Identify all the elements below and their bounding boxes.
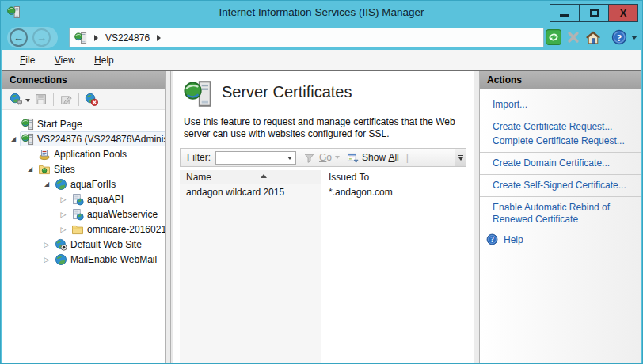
tree-node-label: aquaWebservice — [87, 209, 158, 220]
column-header-name[interactable]: Name — [180, 170, 322, 184]
folder-icon — [71, 223, 84, 236]
tree-node-body[interactable]: Default Web Site — [53, 237, 145, 252]
tree-node-body[interactable]: VS224876 (VS224876\Administ — [20, 131, 165, 146]
forward-button[interactable]: → — [32, 28, 51, 47]
tree-node-default-web-site[interactable]: ▷Default Web Site — [2, 237, 165, 252]
expander-collapsed-icon[interactable]: ▷ — [57, 226, 70, 233]
rename-connection-icon[interactable] — [59, 93, 73, 106]
chevron-down-icon[interactable] — [631, 36, 637, 40]
table-row[interactable]: andagon wildcard 2015*.andagon.com — [180, 184, 466, 199]
tree-node-body[interactable]: Sites — [36, 161, 78, 176]
filter-funnel-icon[interactable] — [303, 152, 315, 164]
tree-node-label: VS224876 (VS224876\Administ — [37, 134, 165, 145]
app-icon — [71, 208, 84, 221]
sort-ascending-icon — [261, 174, 267, 178]
tree-node-body[interactable]: aquaAPI — [70, 191, 127, 207]
tree-node-body[interactable]: Application Pools — [36, 146, 130, 161]
splitter-left[interactable] — [165, 71, 171, 363]
close-icon: X — [620, 8, 627, 18]
actions-panel: Actions Import...Create Certificate Requ… — [480, 71, 641, 363]
chevron-down-icon[interactable] — [25, 99, 30, 102]
expander-expanded-icon[interactable]: ◢ — [24, 165, 36, 173]
minimize-button[interactable] — [550, 4, 580, 22]
action-create-domain-certificate[interactable]: Create Domain Certificate... — [493, 157, 634, 169]
tree-node-sites[interactable]: ◢Sites — [2, 161, 165, 176]
save-connections-icon[interactable] — [34, 93, 48, 106]
toolbar-overflow-button[interactable] — [455, 149, 466, 166]
tree-node-omnicare-2016021[interactable]: ▷omnicare-2016021 — [2, 222, 165, 237]
breadcrumb[interactable]: VS224876 — [69, 28, 544, 47]
page-title: Server Certificates — [222, 83, 352, 101]
filter-input[interactable] — [215, 151, 296, 165]
action-enable-automatic-rebind-of-renewed-certificate[interactable]: Enable Automatic Rebind of Renewed Certi… — [493, 202, 634, 226]
actions-list: Import...Create Certificate Request...Co… — [480, 89, 641, 226]
server-icon — [74, 32, 87, 44]
tree-node-aquaforiis[interactable]: ◢aquaForIIs — [2, 176, 165, 191]
svg-text:?: ? — [617, 32, 622, 44]
sitestopped-icon — [55, 238, 67, 251]
expander-collapsed-icon[interactable]: ▷ — [57, 210, 70, 218]
chevron-right-icon[interactable] — [157, 35, 161, 41]
expander-collapsed-icon[interactable]: ▷ — [40, 256, 53, 264]
expander-collapsed-icon[interactable]: ▷ — [57, 195, 70, 203]
tree-node-label: Default Web Site — [70, 239, 142, 250]
show-all-icon[interactable] — [347, 152, 359, 164]
tree-node-label: aquaForIIs — [70, 179, 116, 190]
tree-node-aquawebservice[interactable]: ▷aquaWebservice — [2, 207, 165, 222]
action-complete-certificate-request[interactable]: Complete Certificate Request... — [493, 135, 634, 147]
action-create-self-signed-certificate[interactable]: Create Self-Signed Certificate... — [493, 180, 634, 191]
globe-icon — [55, 178, 67, 191]
tree-node-body[interactable]: Start Page — [20, 116, 86, 131]
menu-help[interactable]: Help — [86, 50, 122, 66]
splitter-right[interactable] — [474, 71, 480, 363]
close-button[interactable]: X — [608, 4, 638, 22]
separator: | — [406, 152, 409, 163]
separator — [53, 93, 54, 106]
stop-icon[interactable] — [565, 29, 581, 45]
foldersites-icon — [38, 163, 51, 176]
tree-node-application-pools[interactable]: Application Pools — [2, 146, 165, 161]
tree-node-aquaapi[interactable]: ▷aquaAPI — [2, 191, 165, 207]
chevron-right-icon[interactable] — [94, 35, 98, 41]
menu-bar: File View Help — [2, 50, 641, 70]
chevron-down-icon[interactable] — [335, 156, 340, 159]
maximize-button[interactable] — [579, 4, 609, 22]
separator — [78, 93, 79, 106]
window-title: Internet Information Services (IIS) Mana… — [1, 1, 642, 25]
tree-node-body[interactable]: omnicare-2016021 — [70, 222, 165, 237]
filter-label: Filter: — [187, 152, 211, 163]
back-button[interactable]: ← — [10, 28, 28, 47]
expander-expanded-icon[interactable]: ◢ — [40, 180, 53, 188]
menu-view[interactable]: View — [47, 50, 83, 66]
tree-node-body[interactable]: aquaWebservice — [70, 207, 161, 222]
show-all-button[interactable]: Show All — [362, 152, 399, 163]
action-create-certificate-request[interactable]: Create Certificate Request... — [493, 121, 634, 133]
chevron-down-icon[interactable] — [287, 157, 292, 160]
go-button[interactable]: Go — [319, 152, 332, 163]
tree-node-body[interactable]: MailEnable WebMail — [53, 252, 160, 267]
action-import[interactable]: Import... — [493, 99, 634, 111]
globe-icon — [55, 253, 67, 266]
home-icon[interactable] — [585, 29, 601, 45]
tree-node-body[interactable]: aquaForIIs — [53, 176, 119, 191]
breadcrumb-server[interactable]: VS224876 — [105, 32, 150, 44]
restart-icon[interactable] — [546, 29, 561, 45]
column-header-issued-to[interactable]: Issued To — [322, 170, 466, 184]
expander-collapsed-icon[interactable]: ▷ — [40, 241, 53, 248]
expander-expanded-icon[interactable]: ◢ — [7, 135, 20, 142]
tree-node-vs224876-vs224876-administ[interactable]: ◢VS224876 (VS224876\Administ — [2, 131, 165, 146]
server-icon — [21, 133, 34, 146]
connections-tree: Start Page◢VS224876 (VS224876\AdministAp… — [2, 113, 165, 363]
tree-node-start-page[interactable]: Start Page — [2, 116, 165, 131]
create-connection-icon[interactable] — [10, 93, 23, 106]
menu-file[interactable]: File — [12, 50, 43, 66]
tree-node-mailenable-webmail[interactable]: ▷MailEnable WebMail — [2, 252, 165, 267]
cell-issued-to: *.andagon.com — [329, 187, 393, 198]
iis-manager-window: Internet Information Services (IIS) Mana… — [0, 0, 643, 364]
remove-connection-icon[interactable] — [85, 93, 98, 106]
help-icon[interactable]: ? — [611, 29, 627, 45]
help-action[interactable]: ? Help — [486, 233, 641, 245]
svg-text:?: ? — [490, 236, 494, 244]
certificates-list: andagon wildcard 2015*.andagon.com — [180, 184, 466, 363]
connections-toolbar — [2, 89, 165, 110]
